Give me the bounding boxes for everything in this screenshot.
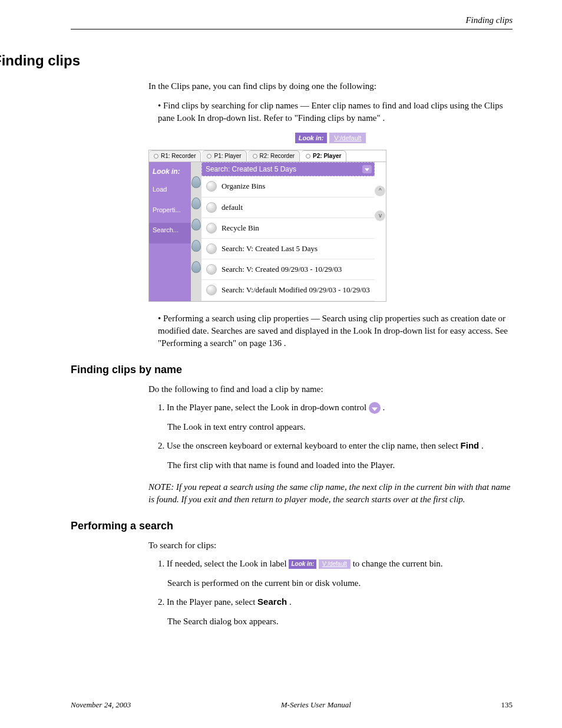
list-item[interactable]: Recycle Bin <box>201 218 375 239</box>
bullet2-link: "Performing a search" on page 136 <box>158 338 282 348</box>
bin-icon <box>191 261 201 273</box>
step-1-tail: . <box>383 403 385 412</box>
top-rule <box>71 29 513 29</box>
tab-label: P1: Player <box>214 152 241 160</box>
list-item[interactable]: Search: V: Created Last 5 Days <box>201 239 375 259</box>
lookin-dropdown-header[interactable]: Search: Created Last 5 Days <box>201 162 375 177</box>
chevron-down-icon[interactable] <box>362 165 372 173</box>
search-step-1: 1. If needed, select the Look in label L… <box>158 558 513 570</box>
scroll-down-icon[interactable] <box>375 210 385 221</box>
item-icon <box>206 285 217 295</box>
tab-label: R2: Recorder <box>260 152 295 160</box>
lookin-label: Look in: <box>295 133 328 143</box>
sidebar-search-button[interactable]: Search... <box>149 223 191 243</box>
bullet-find-by-name: • Find clips by searching for clip names… <box>158 100 513 124</box>
note-label: NOTE: <box>148 482 176 492</box>
finding-by-name-intro: Do the following to find and load a clip… <box>148 383 513 396</box>
performing-search-intro: To search for clips: <box>148 539 513 552</box>
subsection-title-finding-by-name: Finding clips by name <box>71 363 513 377</box>
subsection-title-performing-search: Performing a search <box>71 519 513 533</box>
lookin-badge-inline[interactable]: Look in: V:/default <box>289 559 351 570</box>
step-2-result: The first clip with that name is found a… <box>167 459 513 472</box>
search-step-1-text: If needed, select the Look in label <box>167 559 289 568</box>
bin-icon-column <box>191 162 201 301</box>
list-item[interactable]: Search: V:/default Modified 09/29/03 - 1… <box>201 280 375 301</box>
bin-icon <box>191 197 201 209</box>
scrollbar[interactable] <box>375 162 386 301</box>
intro-text: In the Clips pane, you can find clips by… <box>148 80 513 93</box>
lookin-badge-top[interactable]: Look in: V:/default <box>295 133 366 143</box>
lookin-dropdown-text: Search: Created Last 5 Days <box>206 165 296 173</box>
item-label: Organize Bins <box>222 181 266 192</box>
step-2-tail: . <box>481 441 484 450</box>
item-icon <box>206 202 217 213</box>
item-label: Search: V: Created Last 5 Days <box>222 243 318 254</box>
item-label: default <box>222 202 243 213</box>
item-icon <box>206 223 217 233</box>
radio-icon <box>306 154 310 159</box>
item-label: Search: V:/default Modified 09/29/03 - 1… <box>222 285 370 295</box>
search-step-2: 2. In the Player pane, select Search . <box>158 595 513 608</box>
bullet-perform-search: • Performing a search using clip propert… <box>158 312 513 350</box>
bullet2-tail: . <box>284 338 286 348</box>
list-item[interactable]: Organize Bins <box>201 176 375 197</box>
radio-icon <box>207 154 211 159</box>
lookin-dropdown-list: Organize Bins default Recycle Bin Search… <box>201 176 375 301</box>
step-2-num: 2. <box>158 441 164 450</box>
step-1-text: In the Player pane, select the Look in d… <box>167 403 369 412</box>
clips-pane-figure: R1: Recorder P1: Player R2: Recorder P2:… <box>148 150 513 302</box>
lookin-label: Look in: <box>289 559 316 569</box>
step-1-result: The Look in text entry control appears. <box>167 421 513 433</box>
page-footer: November 24, 2003 M-Series User Manual 1… <box>71 700 513 710</box>
search-step-2-num: 2. <box>158 597 164 607</box>
dropdown-icon[interactable] <box>369 402 381 414</box>
tab-r2-recorder[interactable]: R2: Recorder <box>248 150 300 162</box>
running-head: Finding clips <box>71 14 513 27</box>
tab-p2-player[interactable]: P2: Player <box>301 150 346 162</box>
tab-label: P2: Player <box>313 152 341 160</box>
tab-r1-recorder[interactable]: R1: Recorder <box>149 150 201 162</box>
sidebar-load-button[interactable]: Load <box>149 182 191 202</box>
sidebar-lookin-label: Look in: <box>149 164 191 183</box>
item-icon <box>206 181 217 192</box>
search-step-2-text: In the Player pane, select <box>167 597 257 607</box>
item-icon <box>206 264 217 275</box>
note-block: NOTE: If you repeat a search using the s… <box>148 481 513 506</box>
bin-icon <box>191 219 201 230</box>
list-item[interactable]: default <box>201 197 375 218</box>
sidebar-properties-button[interactable]: Properti... <box>149 203 191 223</box>
item-label: Search: V: Created 09/29/03 - 10/29/03 <box>222 264 342 275</box>
footer-date: November 24, 2003 <box>71 700 131 710</box>
bullet2-text: • Performing a search using clip propert… <box>158 314 508 335</box>
item-label: Recycle Bin <box>222 223 259 233</box>
radio-icon <box>154 154 158 159</box>
step-2: 2. Use the onscreen keyboard or external… <box>158 439 513 452</box>
clips-sidebar: Look in: Load Properti... Search... <box>149 162 191 301</box>
bullet1-tail: . <box>382 113 385 123</box>
find-button-label: Find <box>461 440 480 450</box>
footer-manual: M-Series User Manual <box>281 700 351 710</box>
bin-icon <box>191 176 201 188</box>
scroll-up-icon[interactable] <box>375 186 385 196</box>
radio-icon <box>253 154 257 159</box>
step-2-text: Use the onscreen keyboard or external ke… <box>167 441 461 450</box>
item-icon <box>206 243 217 254</box>
channel-tabs: R1: Recorder P1: Player R2: Recorder P2:… <box>149 150 386 162</box>
lookin-value: V:/default <box>329 133 366 143</box>
search-step-1-result: Search is performed on the current bin o… <box>167 577 513 589</box>
step-1-num: 1. <box>158 403 164 412</box>
search-button-label: Search <box>257 597 287 607</box>
section-title-finding-clips: Finding clips <box>0 51 513 71</box>
lookin-value: V:/default <box>319 559 351 569</box>
search-step-2-result: The Search dialog box appears. <box>167 615 513 628</box>
step-1: 1. In the Player pane, select the Look i… <box>158 401 513 414</box>
note-text: If you repeat a search using the same cl… <box>148 482 510 504</box>
bin-icon <box>191 240 201 252</box>
search-step-2-tail: . <box>289 597 292 607</box>
list-item[interactable]: Search: V: Created 09/29/03 - 10/29/03 <box>201 259 375 280</box>
search-step-1-tail: to change the current bin. <box>353 559 443 568</box>
bullet1-link: "Finding clips by name" <box>295 113 381 123</box>
tab-label: R1: Recorder <box>161 152 196 160</box>
search-step-1-num: 1. <box>158 559 164 568</box>
tab-p1-player[interactable]: P1: Player <box>202 150 246 162</box>
